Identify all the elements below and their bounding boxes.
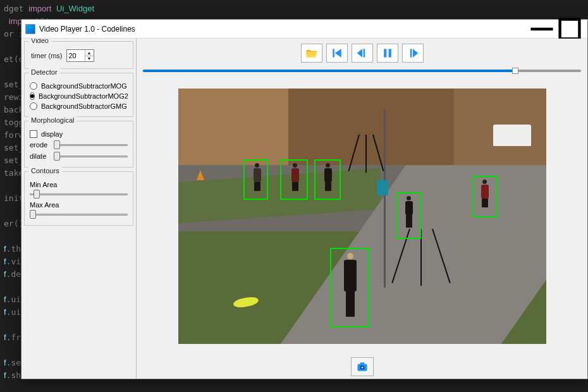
display-label: display: [41, 130, 63, 138]
svg-rect-7: [388, 49, 391, 57]
timer-spinbox[interactable]: ▲ ▼: [66, 49, 94, 62]
svg-rect-6: [384, 49, 386, 57]
svg-rect-1: [560, 19, 580, 39]
detector-label: BackgroundSubtractorGMG: [41, 102, 127, 110]
erode-label: erode: [30, 141, 50, 149]
min-area-slider[interactable]: [30, 190, 128, 199]
min-area-label: Min Area: [30, 181, 128, 188]
settings-sidebar: Video timer (ms) ▲ ▼ Detector: [21, 39, 137, 379]
morphological-group: Morphological display erode: [24, 121, 133, 168]
detection-bbox: [472, 176, 498, 217]
radio-icon: [30, 82, 37, 90]
svg-marker-9: [413, 49, 418, 57]
seek-slider[interactable]: [143, 68, 581, 74]
main-panel: [137, 39, 587, 379]
seek-fill: [143, 70, 515, 72]
display-checkbox-row[interactable]: display: [28, 129, 129, 139]
detection-bbox: [243, 159, 268, 200]
svg-rect-11: [360, 362, 364, 364]
svg-rect-5: [363, 49, 365, 57]
step-next-button[interactable]: [402, 44, 424, 63]
detection-bbox: [330, 248, 369, 328]
app-window: Video Player 1.0 - Codelines Video timer…: [21, 19, 588, 379]
pause-icon: [381, 47, 394, 59]
svg-rect-8: [410, 49, 412, 57]
detection-bbox: [314, 159, 341, 200]
street-sign: [377, 180, 388, 195]
video-group-title: Video: [28, 39, 51, 44]
skip-first-icon: [331, 47, 343, 59]
spin-down-icon[interactable]: ▼: [85, 56, 94, 62]
dilate-label: dilate: [30, 152, 50, 160]
step-prev-icon: [356, 47, 369, 59]
svg-point-13: [361, 367, 363, 369]
radio-icon: [30, 92, 35, 100]
svg-rect-2: [333, 49, 334, 57]
skip-first-button[interactable]: [326, 44, 348, 63]
minimize-button[interactable]: [528, 20, 556, 38]
detector-label: BackgroundSubtractorMOG: [41, 82, 127, 90]
lamp-post: [384, 109, 386, 288]
contours-group: Contours Min Area Max Area: [24, 171, 133, 226]
open-file-button[interactable]: [301, 44, 322, 63]
detector-option-mog2[interactable]: BackgroundSubtractorMOG2: [28, 91, 129, 101]
timer-input[interactable]: [67, 50, 85, 61]
max-area-slider[interactable]: [30, 210, 128, 219]
step-prev-button[interactable]: [352, 44, 373, 63]
maximize-button[interactable]: [556, 20, 584, 38]
window-title: Video Player 1.0 - Codelines: [39, 25, 528, 34]
camera-icon: [356, 360, 369, 373]
max-area-label: Max Area: [30, 201, 128, 209]
pause-button[interactable]: [377, 44, 398, 63]
detector-option-gmg[interactable]: BackgroundSubtractorGMG: [28, 101, 129, 111]
snapshot-button[interactable]: [351, 357, 374, 376]
app-icon: [25, 24, 35, 34]
dilate-slider[interactable]: [54, 152, 128, 161]
step-next-icon: [407, 47, 419, 59]
playback-toolbar: [301, 44, 424, 63]
detector-label: BackgroundSubtractorMOG2: [39, 92, 128, 100]
tripod-small: [355, 135, 377, 173]
van: [493, 125, 531, 146]
contours-group-title: Contours: [28, 167, 62, 175]
spin-up-icon[interactable]: ▲: [85, 50, 94, 56]
traffic-cone: [197, 170, 204, 180]
video-frame: [178, 89, 546, 344]
checkbox-icon: [30, 130, 37, 138]
timer-label: timer (ms): [31, 52, 63, 59]
svg-marker-3: [334, 49, 341, 57]
titlebar: Video Player 1.0 - Codelines: [21, 20, 587, 39]
svg-marker-4: [357, 49, 362, 57]
detector-group: Detector BackgroundSubtractorMOG Backgro…: [24, 73, 133, 117]
folder-open-icon: [305, 47, 318, 59]
video-group: Video timer (ms) ▲ ▼: [24, 41, 133, 69]
detector-group-title: Detector: [28, 68, 60, 76]
detector-option-mog[interactable]: BackgroundSubtractorMOG: [28, 81, 129, 91]
detection-bbox: [396, 192, 421, 239]
morph-group-title: Morphological: [28, 116, 77, 124]
radio-icon: [30, 102, 37, 110]
erode-slider[interactable]: [54, 140, 128, 149]
seek-handle[interactable]: [512, 68, 518, 74]
detection-bbox: [280, 159, 308, 200]
